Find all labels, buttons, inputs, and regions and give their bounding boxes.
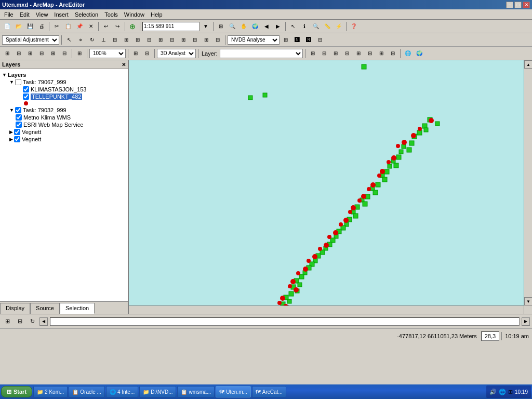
scroll-left-button[interactable]: ◀ bbox=[39, 317, 48, 326]
esri-checkbox[interactable] bbox=[16, 122, 22, 128]
taskbar-btn-4[interactable]: 📋 wmsma... bbox=[177, 386, 215, 397]
menu-file[interactable]: File bbox=[1, 10, 17, 19]
rotate-button[interactable]: ↻ bbox=[87, 35, 97, 45]
taskbar-btn-5[interactable]: 🗺 Uten.m... bbox=[216, 386, 251, 397]
overview-button[interactable]: ⊞ bbox=[2, 316, 12, 327]
menu-window[interactable]: Window bbox=[121, 10, 148, 19]
scrollbar-horizontal[interactable] bbox=[129, 305, 524, 314]
globe-button[interactable]: 🌍 bbox=[250, 21, 260, 32]
undo-button[interactable]: ↩ bbox=[101, 21, 111, 32]
lightning-button[interactable]: ⚡ bbox=[334, 21, 344, 32]
scroll-up-button[interactable]: ▲ bbox=[524, 60, 532, 69]
tb3-btn8[interactable]: ⊞ bbox=[130, 48, 141, 59]
copy-button[interactable]: 📋 bbox=[63, 21, 73, 32]
expand-icon[interactable]: ▼ bbox=[2, 72, 7, 77]
save-button[interactable]: 💾 bbox=[25, 21, 35, 32]
menu-help[interactable]: Help bbox=[148, 10, 166, 19]
tab-display[interactable]: Display bbox=[0, 303, 30, 314]
layer-dropdown[interactable] bbox=[220, 49, 303, 58]
adj-btn3[interactable]: ⊞ bbox=[178, 35, 189, 45]
forward-button[interactable]: ▶ bbox=[273, 21, 283, 32]
cut-button[interactable]: ✂ bbox=[51, 21, 62, 32]
menu-edit[interactable]: Edit bbox=[17, 10, 33, 19]
metno-checkbox[interactable] bbox=[16, 114, 22, 121]
tellepunkt-checkbox[interactable] bbox=[23, 94, 29, 100]
taskbar-btn-2[interactable]: 🌐 4 Inte... bbox=[106, 386, 138, 397]
task-79032-checkbox[interactable] bbox=[15, 107, 21, 113]
expand-icon4[interactable]: ▶ bbox=[9, 137, 13, 142]
scroll-right-button[interactable]: ▶ bbox=[522, 317, 530, 326]
refresh-button[interactable]: ↻ bbox=[27, 316, 37, 327]
edge-button[interactable]: ⊟ bbox=[110, 35, 120, 45]
menu-view[interactable]: View bbox=[33, 10, 51, 19]
vertex-button[interactable]: ⋄ bbox=[75, 35, 86, 45]
taskbar-btn-6[interactable]: 🗺 ArcCat... bbox=[252, 386, 286, 397]
tb3-btn11[interactable]: ⊟ bbox=[319, 48, 329, 59]
tb3-btn16[interactable]: ⊞ bbox=[376, 48, 387, 59]
tb3-btn10[interactable]: ⊞ bbox=[308, 48, 318, 59]
taskbar-btn-1[interactable]: 📋 Oracle ... bbox=[69, 386, 105, 397]
scale-input[interactable]: 1:15 589 911 bbox=[142, 22, 200, 31]
tb3-btn15[interactable]: ⊟ bbox=[365, 48, 375, 59]
expand-icon2[interactable]: ▼ bbox=[9, 108, 14, 113]
nvdb-btn3[interactable]: 🅼 bbox=[303, 35, 314, 45]
zoom-dropdown[interactable]: 100% bbox=[89, 49, 126, 58]
pan-button[interactable]: ✋ bbox=[238, 21, 249, 32]
adj-btn5[interactable]: ⊞ bbox=[201, 35, 211, 45]
delete-button[interactable]: ✕ bbox=[86, 21, 96, 32]
snap-button[interactable]: ⊞ bbox=[121, 35, 131, 45]
measure-button[interactable]: 📏 bbox=[322, 21, 332, 32]
tb3-btn3[interactable]: ⊞ bbox=[25, 48, 35, 59]
select-arrow-button[interactable]: ↖ bbox=[64, 35, 74, 45]
help-pointer-button[interactable]: ❓ bbox=[349, 21, 359, 32]
redo-button[interactable]: ↪ bbox=[112, 21, 123, 32]
map-canvas[interactable] bbox=[129, 60, 532, 314]
task-79067-checkbox[interactable] bbox=[15, 79, 21, 85]
title-bar-buttons[interactable]: − □ ✕ bbox=[506, 2, 530, 8]
find-button[interactable]: 🔍 bbox=[311, 21, 321, 32]
tb3-btn12[interactable]: ⊞ bbox=[330, 48, 341, 59]
analyst-dropdown[interactable]: 3D Analyst bbox=[157, 49, 196, 58]
link-button[interactable]: ⊞ bbox=[132, 35, 143, 45]
adj-btn4[interactable]: ⊟ bbox=[190, 35, 200, 45]
vegnett1-checkbox[interactable] bbox=[14, 129, 20, 135]
scrollbar-vertical[interactable]: ▲ ▼ bbox=[524, 60, 532, 314]
tb3-btn13[interactable]: ⊟ bbox=[342, 48, 352, 59]
tb3-btn2[interactable]: ⊟ bbox=[14, 48, 24, 59]
spatial-adj-dropdown[interactable]: Spatial Adjustment bbox=[2, 35, 59, 45]
minimize-button[interactable]: − bbox=[506, 2, 513, 8]
select-button[interactable]: ↖ bbox=[288, 21, 298, 32]
zoom-full-button[interactable]: ⊞ bbox=[216, 21, 226, 32]
tab-selection[interactable]: Selection bbox=[60, 303, 95, 314]
tb3-btn1[interactable]: ⊞ bbox=[2, 48, 12, 59]
auto-button[interactable]: ⊟ bbox=[144, 35, 154, 45]
vegnett2-checkbox[interactable] bbox=[14, 136, 20, 142]
tb3-btn14[interactable]: ⊞ bbox=[353, 48, 364, 59]
zoom-in-button[interactable]: 🔍 bbox=[227, 21, 237, 32]
tb3-btn5[interactable]: ⊞ bbox=[48, 48, 58, 59]
start-button[interactable]: ⊞ Start bbox=[1, 386, 32, 397]
expand-icon[interactable]: ▼ bbox=[9, 79, 14, 85]
toc-tellepunkt[interactable]: TELLEPUNKT_482 bbox=[2, 93, 126, 100]
taskbar-btn-0[interactable]: 📁 2 Kom... bbox=[33, 386, 68, 397]
print-button[interactable]: 🖨 bbox=[36, 21, 47, 32]
tb3-btn17[interactable]: ⊟ bbox=[388, 48, 398, 59]
split-button[interactable]: ⊥ bbox=[98, 35, 109, 45]
add-data-button[interactable]: ⊕ bbox=[127, 21, 138, 32]
menu-selection[interactable]: Selection bbox=[72, 10, 101, 19]
tab-source[interactable]: Source bbox=[30, 303, 60, 314]
menu-insert[interactable]: Insert bbox=[51, 10, 72, 19]
map-extent-button[interactable]: ⊟ bbox=[15, 316, 25, 327]
map-area[interactable]: ▲ ▼ bbox=[129, 60, 532, 314]
close-button[interactable]: ✕ bbox=[523, 2, 530, 8]
paste-button[interactable]: 📌 bbox=[74, 21, 85, 32]
tb3-earth-btn[interactable]: 🌍 bbox=[414, 48, 424, 59]
tb3-btn7[interactable]: ⊞ bbox=[74, 48, 85, 59]
expand-icon3[interactable]: ▶ bbox=[9, 129, 13, 135]
nvdb-btn1[interactable]: ⊞ bbox=[281, 35, 291, 45]
menu-tools[interactable]: Tools bbox=[101, 10, 121, 19]
nvdb-dropdown[interactable]: NVDB Analyse bbox=[228, 35, 280, 45]
tb3-btn6[interactable]: ⊟ bbox=[59, 48, 70, 59]
nvdb-btn4[interactable]: ⊟ bbox=[315, 35, 325, 45]
scroll-down-button[interactable]: ▼ bbox=[524, 297, 532, 305]
